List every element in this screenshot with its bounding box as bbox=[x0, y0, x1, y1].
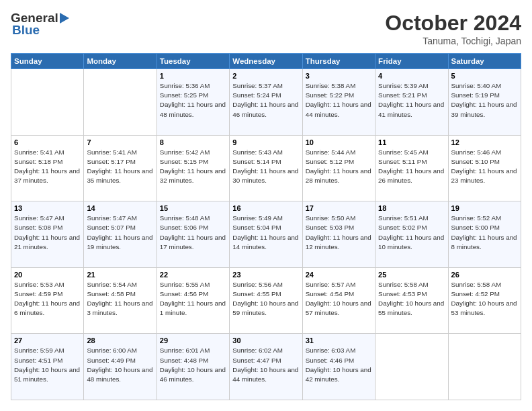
week-row-2: 13Sunrise: 5:47 AMSunset: 5:08 PMDayligh… bbox=[11, 201, 521, 268]
calendar-cell: 18Sunrise: 5:51 AMSunset: 5:02 PMDayligh… bbox=[375, 201, 448, 268]
day-number: 13 bbox=[14, 204, 81, 212]
day-number: 27 bbox=[14, 336, 81, 345]
day-number: 9 bbox=[232, 138, 299, 146]
calendar-cell: 1Sunrise: 5:36 AMSunset: 5:25 PMDaylight… bbox=[157, 69, 229, 136]
calendar-cell: 10Sunrise: 5:44 AMSunset: 5:12 PMDayligh… bbox=[302, 135, 375, 201]
calendar-cell: 21Sunrise: 5:54 AMSunset: 4:58 PMDayligh… bbox=[84, 267, 157, 334]
day-detail: Sunrise: 5:58 AMSunset: 4:53 PMDaylight:… bbox=[378, 280, 445, 318]
day-number: 17 bbox=[306, 204, 372, 212]
day-detail: Sunrise: 5:41 AMSunset: 5:17 PMDaylight:… bbox=[87, 148, 153, 186]
day-detail: Sunrise: 5:54 AMSunset: 4:58 PMDaylight:… bbox=[87, 280, 153, 318]
weekday-header-friday: Friday bbox=[375, 54, 448, 69]
day-detail: Sunrise: 5:51 AMSunset: 5:02 PMDaylight:… bbox=[378, 214, 445, 252]
day-number: 5 bbox=[451, 72, 518, 80]
day-detail: Sunrise: 5:59 AMSunset: 4:51 PMDaylight:… bbox=[14, 346, 81, 384]
calendar-cell: 31Sunrise: 6:03 AMSunset: 4:46 PMDayligh… bbox=[302, 334, 375, 400]
day-detail: Sunrise: 5:50 AMSunset: 5:03 PMDaylight:… bbox=[306, 214, 372, 252]
calendar-cell: 27Sunrise: 5:59 AMSunset: 4:51 PMDayligh… bbox=[11, 334, 84, 400]
weekday-header-row: SundayMondayTuesdayWednesdayThursdayFrid… bbox=[11, 54, 521, 69]
day-detail: Sunrise: 5:39 AMSunset: 5:21 PMDaylight:… bbox=[378, 81, 445, 120]
day-detail: Sunrise: 5:36 AMSunset: 5:25 PMDaylight:… bbox=[160, 81, 226, 120]
calendar-cell: 8Sunrise: 5:42 AMSunset: 5:15 PMDaylight… bbox=[157, 135, 229, 201]
calendar-cell: 24Sunrise: 5:57 AMSunset: 4:54 PMDayligh… bbox=[302, 267, 375, 334]
logo: General Blue bbox=[11, 11, 69, 38]
month-title: October 2024 bbox=[385, 11, 521, 36]
weekday-header-thursday: Thursday bbox=[302, 54, 375, 69]
calendar-cell: 14Sunrise: 5:47 AMSunset: 5:07 PMDayligh… bbox=[84, 201, 157, 268]
location: Tanuma, Tochigi, Japan bbox=[385, 36, 521, 46]
day-detail: Sunrise: 5:38 AMSunset: 5:22 PMDaylight:… bbox=[306, 81, 372, 120]
day-number: 7 bbox=[87, 138, 153, 146]
calendar-cell: 17Sunrise: 5:50 AMSunset: 5:03 PMDayligh… bbox=[302, 201, 375, 268]
day-detail: Sunrise: 5:57 AMSunset: 4:54 PMDaylight:… bbox=[306, 280, 372, 318]
day-detail: Sunrise: 5:52 AMSunset: 5:00 PMDaylight:… bbox=[451, 214, 518, 252]
day-number: 30 bbox=[232, 336, 299, 345]
weekday-header-monday: Monday bbox=[84, 54, 157, 69]
weekday-header-sunday: Sunday bbox=[11, 54, 84, 69]
day-detail: Sunrise: 5:47 AMSunset: 5:08 PMDaylight:… bbox=[14, 214, 81, 252]
calendar-cell: 16Sunrise: 5:49 AMSunset: 5:04 PMDayligh… bbox=[230, 201, 302, 268]
header: General Blue October 2024 Tanuma, Tochig… bbox=[11, 11, 521, 46]
day-detail: Sunrise: 5:47 AMSunset: 5:07 PMDaylight:… bbox=[87, 214, 153, 252]
day-number: 4 bbox=[378, 72, 445, 80]
day-number: 10 bbox=[306, 138, 372, 146]
day-detail: Sunrise: 5:43 AMSunset: 5:14 PMDaylight:… bbox=[232, 148, 299, 186]
calendar-cell: 2Sunrise: 5:37 AMSunset: 5:24 PMDaylight… bbox=[230, 69, 302, 136]
day-number: 1 bbox=[160, 72, 226, 80]
day-number: 23 bbox=[232, 271, 299, 279]
day-detail: Sunrise: 5:53 AMSunset: 4:59 PMDaylight:… bbox=[14, 280, 81, 318]
calendar-cell: 15Sunrise: 5:48 AMSunset: 5:06 PMDayligh… bbox=[157, 201, 229, 268]
title-block: October 2024 Tanuma, Tochigi, Japan bbox=[385, 11, 521, 46]
day-number: 12 bbox=[451, 138, 518, 146]
day-number: 8 bbox=[160, 138, 226, 146]
day-detail: Sunrise: 5:40 AMSunset: 5:19 PMDaylight:… bbox=[451, 81, 518, 120]
calendar-cell bbox=[448, 334, 521, 400]
day-detail: Sunrise: 5:45 AMSunset: 5:11 PMDaylight:… bbox=[378, 148, 445, 186]
calendar-cell: 6Sunrise: 5:41 AMSunset: 5:18 PMDaylight… bbox=[11, 135, 84, 201]
calendar-cell: 12Sunrise: 5:46 AMSunset: 5:10 PMDayligh… bbox=[448, 135, 521, 201]
day-detail: Sunrise: 6:02 AMSunset: 4:47 PMDaylight:… bbox=[232, 346, 299, 384]
calendar-cell: 25Sunrise: 5:58 AMSunset: 4:53 PMDayligh… bbox=[375, 267, 448, 334]
calendar-cell bbox=[84, 69, 157, 136]
day-number: 22 bbox=[160, 271, 226, 279]
day-number: 16 bbox=[232, 204, 299, 212]
day-detail: Sunrise: 6:03 AMSunset: 4:46 PMDaylight:… bbox=[306, 346, 372, 384]
calendar-cell: 20Sunrise: 5:53 AMSunset: 4:59 PMDayligh… bbox=[11, 267, 84, 334]
calendar-cell: 3Sunrise: 5:38 AMSunset: 5:22 PMDaylight… bbox=[302, 69, 375, 136]
day-detail: Sunrise: 5:41 AMSunset: 5:18 PMDaylight:… bbox=[14, 148, 81, 186]
day-number: 24 bbox=[306, 271, 372, 279]
calendar-cell: 19Sunrise: 5:52 AMSunset: 5:00 PMDayligh… bbox=[448, 201, 521, 268]
day-detail: Sunrise: 5:48 AMSunset: 5:06 PMDaylight:… bbox=[160, 214, 226, 252]
day-number: 31 bbox=[306, 336, 372, 345]
day-number: 21 bbox=[87, 271, 153, 279]
page: General Blue October 2024 Tanuma, Tochig… bbox=[0, 0, 532, 411]
calendar-cell bbox=[11, 69, 84, 136]
day-number: 20 bbox=[14, 271, 81, 279]
weekday-header-tuesday: Tuesday bbox=[157, 54, 229, 69]
calendar-cell: 4Sunrise: 5:39 AMSunset: 5:21 PMDaylight… bbox=[375, 69, 448, 136]
day-number: 18 bbox=[378, 204, 445, 212]
day-detail: Sunrise: 5:58 AMSunset: 4:52 PMDaylight:… bbox=[451, 280, 518, 318]
logo-icon bbox=[60, 13, 69, 24]
calendar-table: SundayMondayTuesdayWednesdayThursdayFrid… bbox=[11, 53, 521, 400]
week-row-3: 20Sunrise: 5:53 AMSunset: 4:59 PMDayligh… bbox=[11, 267, 521, 334]
calendar-cell: 29Sunrise: 6:01 AMSunset: 4:48 PMDayligh… bbox=[157, 334, 229, 400]
logo-blue: Blue bbox=[12, 23, 69, 38]
calendar-cell: 13Sunrise: 5:47 AMSunset: 5:08 PMDayligh… bbox=[11, 201, 84, 268]
calendar-cell: 9Sunrise: 5:43 AMSunset: 5:14 PMDaylight… bbox=[230, 135, 302, 201]
day-number: 15 bbox=[160, 204, 226, 212]
calendar-cell: 11Sunrise: 5:45 AMSunset: 5:11 PMDayligh… bbox=[375, 135, 448, 201]
day-detail: Sunrise: 5:49 AMSunset: 5:04 PMDaylight:… bbox=[232, 214, 299, 252]
weekday-header-saturday: Saturday bbox=[448, 54, 521, 69]
day-number: 14 bbox=[87, 204, 153, 212]
day-detail: Sunrise: 5:56 AMSunset: 4:55 PMDaylight:… bbox=[232, 280, 299, 318]
weekday-header-wednesday: Wednesday bbox=[230, 54, 302, 69]
day-detail: Sunrise: 6:00 AMSunset: 4:49 PMDaylight:… bbox=[87, 346, 153, 384]
calendar-cell: 5Sunrise: 5:40 AMSunset: 5:19 PMDaylight… bbox=[448, 69, 521, 136]
day-number: 6 bbox=[14, 138, 81, 146]
day-number: 2 bbox=[232, 72, 299, 80]
calendar-cell: 26Sunrise: 5:58 AMSunset: 4:52 PMDayligh… bbox=[448, 267, 521, 334]
week-row-0: 1Sunrise: 5:36 AMSunset: 5:25 PMDaylight… bbox=[11, 69, 521, 136]
day-detail: Sunrise: 5:46 AMSunset: 5:10 PMDaylight:… bbox=[451, 148, 518, 186]
day-number: 11 bbox=[378, 138, 445, 146]
